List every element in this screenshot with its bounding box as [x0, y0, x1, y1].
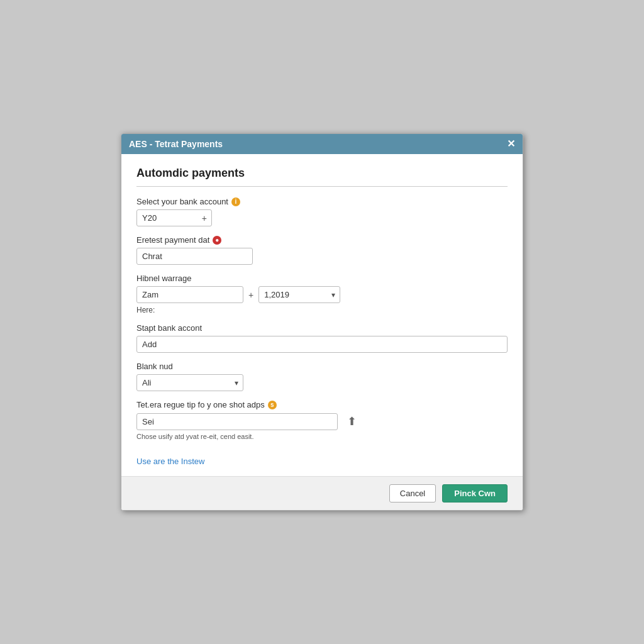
blank-nud-select[interactable]: Ali [136, 374, 243, 391]
primary-button[interactable]: Pinck Cwn [442, 484, 508, 502]
hibnel-row: + 1,2019 [136, 286, 508, 303]
bank-account-badge: i [231, 197, 240, 206]
hibnel-group: Hibnel warrage + 1,2019 Here: [136, 274, 508, 314]
blank-nud-group: Blank nud Ali [136, 362, 508, 391]
dialog-body: Automdic payments Select your bank accou… [121, 154, 523, 476]
titlebar-title: AES - Tetrat Payments [129, 139, 223, 149]
titlebar: AES - Tetrat Payments ✕ [121, 134, 523, 154]
tetera-label: Tet.era regue tip fo y one shot adps s [136, 400, 508, 409]
hibnel-dropdown[interactable]: 1,2019 [258, 286, 340, 303]
hibnel-input[interactable] [136, 286, 243, 303]
hibnel-dropdown-wrapper: 1,2019 [258, 286, 340, 303]
stapt-input[interactable] [136, 336, 508, 353]
tetera-group: Tet.era regue tip fo y one shot adps s ⬆… [136, 400, 508, 440]
close-button[interactable]: ✕ [507, 139, 515, 149]
bank-account-select-wrapper: Y20 [136, 209, 212, 226]
tetera-input[interactable] [136, 413, 338, 430]
here-text: Here: [136, 306, 508, 314]
payment-date-label: Eretest payment dat ● [136, 235, 508, 245]
dialog-heading: Automdic payments [136, 167, 508, 180]
upload-row: ⬆ [136, 413, 508, 430]
bank-account-label: Select your bank account i [136, 197, 508, 206]
stapt-label: Stapt bank accont [136, 323, 508, 333]
helper-text: Chose usify atd yvat re-eit, cend easit. [136, 433, 508, 440]
blank-nud-label: Blank nud [136, 362, 508, 371]
cancel-button[interactable]: Cancel [389, 484, 436, 502]
blank-nud-wrapper: Ali [136, 374, 243, 391]
payment-date-input[interactable] [136, 248, 253, 265]
bank-account-group: Select your bank account i Y20 [136, 197, 508, 226]
hibnel-label: Hibnel warrage [136, 274, 508, 283]
stapt-group: Stapt bank accont [136, 323, 508, 353]
bank-account-select[interactable]: Y20 [136, 209, 212, 226]
dialog-window: AES - Tetrat Payments ✕ Automdic payment… [121, 133, 523, 511]
payment-date-badge: ● [213, 236, 221, 245]
dialog-footer: Cancel Pinck Cwn [121, 476, 523, 510]
instew-link[interactable]: Use are the Instew [136, 457, 204, 466]
payment-date-group: Eretest payment dat ● [136, 235, 508, 265]
hibnel-plus: + [248, 290, 253, 300]
upload-icon[interactable]: ⬆ [343, 413, 360, 430]
divider [136, 186, 508, 187]
tetera-badge: s [268, 401, 277, 409]
